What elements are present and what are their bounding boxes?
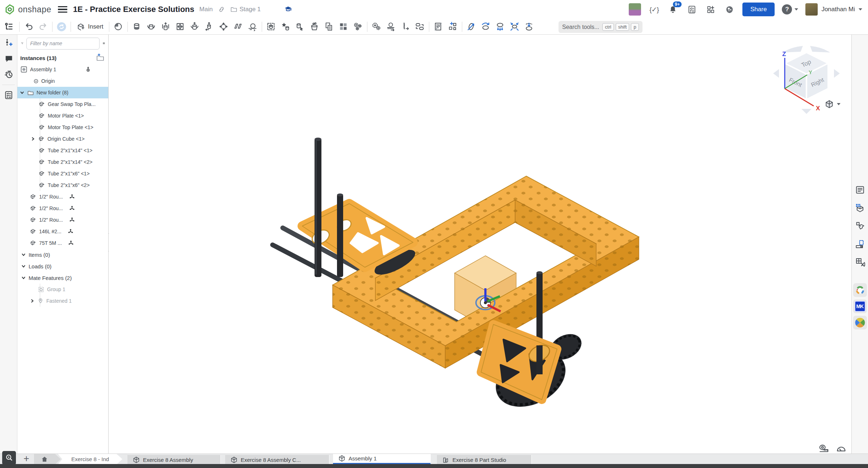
tree-item-part[interactable]: Tube 2"x1"x6" <2> <box>17 179 108 191</box>
tree-item-part[interactable]: 1/2" Rou... <box>17 214 108 226</box>
tree-item-folder[interactable]: New folder (8) <box>17 87 108 98</box>
chevron-down-icon[interactable] <box>21 252 26 257</box>
search-tabs-icon[interactable] <box>2 451 16 465</box>
tree-item-part[interactable]: Origin Cube <1> <box>17 133 108 145</box>
tree-item-part[interactable]: Motor Plate <1> <box>17 110 108 122</box>
home-tab[interactable] <box>34 454 61 464</box>
insert-button[interactable]: Insert <box>73 22 107 31</box>
custom-table-icon[interactable] <box>852 253 868 271</box>
exploded-view-icon[interactable] <box>446 20 460 34</box>
filter-funnel-icon[interactable] <box>21 39 24 47</box>
add-tab-button[interactable]: + <box>20 454 33 464</box>
learning-center-icon[interactable] <box>284 5 292 14</box>
notifications-bell-icon[interactable]: 9+ <box>667 4 679 15</box>
undo-icon[interactable] <box>21 20 36 34</box>
tree-item-fastened-mate[interactable]: Fastened 1 <box>17 295 108 307</box>
section-items[interactable]: Items (0) <box>17 249 108 260</box>
chevron-down-icon[interactable] <box>21 275 26 280</box>
gear-relation-icon[interactable] <box>369 20 384 34</box>
tree-item-part[interactable]: Tube 2"x1"x14" <1> <box>17 145 108 156</box>
user-avatar[interactable] <box>805 3 818 16</box>
filter-input[interactable] <box>26 38 100 50</box>
create-folder-icon[interactable] <box>96 54 105 62</box>
belt-relation-icon[interactable] <box>413 20 427 34</box>
section-mate-features[interactable]: Mate Features (2) <box>17 272 108 284</box>
pin-slot-mate-icon[interactable] <box>202 20 216 34</box>
onshape-logo[interactable]: onshape <box>0 4 51 15</box>
versions-icon[interactable] <box>0 35 17 51</box>
screw-relation-icon[interactable] <box>398 20 413 34</box>
feature-pattern-icon[interactable] <box>351 20 365 34</box>
tab-exercise8-part-studio[interactable]: Exercise 8 Part Studio <box>437 455 532 464</box>
ball-mate-icon[interactable] <box>216 20 231 34</box>
fastened-mate-icon[interactable] <box>130 20 144 34</box>
tab-exercise8-ind[interactable]: Exercise 8 - Ind <box>58 454 122 464</box>
tree-item-origin[interactable]: Origin <box>17 75 108 87</box>
parallel-mate-icon[interactable] <box>231 20 245 34</box>
rotate-down-arrow[interactable] <box>801 109 812 114</box>
tree-item-part[interactable]: Motor Top Plate <1> <box>17 122 108 133</box>
mate-icon[interactable] <box>111 20 126 34</box>
gear-swap-plate[interactable] <box>481 324 557 400</box>
share-button[interactable]: Share <box>742 3 775 16</box>
branch-name[interactable]: Main <box>199 6 213 13</box>
linear-pattern-icon[interactable] <box>336 20 351 34</box>
protractor-icon[interactable] <box>836 443 847 454</box>
revolute-mate-icon[interactable] <box>144 20 159 34</box>
hex-shaft-parts[interactable] <box>315 138 343 277</box>
rotate-left-arrow[interactable] <box>773 69 779 78</box>
help-menu[interactable]: ? <box>782 4 798 14</box>
animate-drop-icon[interactable] <box>493 20 507 34</box>
redo-icon[interactable] <box>36 20 50 34</box>
collaborator-avatar[interactable] <box>629 3 641 16</box>
user-menu[interactable]: Jonathan Mi <box>805 3 862 16</box>
part-reference-icon[interactable] <box>852 217 868 235</box>
link-icon[interactable] <box>218 6 225 13</box>
tasks-icon[interactable] <box>686 4 698 15</box>
app-store-icon-pie[interactable] <box>853 316 867 329</box>
version-name[interactable]: Stage 1 <box>240 6 261 13</box>
tree-item-part[interactable]: Tube 2"x1"x6" <1> <box>17 168 108 179</box>
chevron-down-icon[interactable] <box>20 90 25 95</box>
tape-measure-icon[interactable] <box>818 443 829 454</box>
comments-icon[interactable] <box>0 51 17 67</box>
standard-content-icon[interactable] <box>307 20 322 34</box>
history-icon[interactable] <box>0 67 17 82</box>
replicate-icon[interactable] <box>293 20 307 34</box>
animate-spin-icon[interactable] <box>479 20 493 34</box>
feature-list-panel-icon[interactable] <box>852 181 868 199</box>
bom-table-icon[interactable] <box>852 199 868 217</box>
tangent-mate-icon[interactable] <box>245 20 260 34</box>
tab-assembly-1[interactable]: Assembly 1 <box>333 454 431 464</box>
mate-connector-icon[interactable] <box>278 20 293 34</box>
search-tools[interactable]: Search tools... ctrl shift p <box>559 21 642 33</box>
cylindrical-mate-icon[interactable] <box>187 20 202 34</box>
animate-insert-icon[interactable] <box>522 20 536 34</box>
chevron-right-icon[interactable] <box>30 136 35 141</box>
app-store-icon-arc[interactable] <box>853 283 867 297</box>
help-icon[interactable]: ? <box>782 4 792 14</box>
tree-item-part[interactable]: 1/2" Rou... <box>17 203 108 214</box>
tree-item-part[interactable]: 75T 5M ... <box>17 237 108 249</box>
view-options-menu[interactable] <box>825 99 840 109</box>
animate-rotate-icon[interactable] <box>464 20 479 34</box>
tab-exercise8-assembly[interactable]: Exercise 8 Assembly <box>127 455 221 464</box>
chevron-down-icon[interactable] <box>21 264 26 269</box>
tree-item-assembly[interactable]: Assembly 1 <box>17 64 108 75</box>
hamburger-menu-icon[interactable] <box>58 4 67 14</box>
group-parts-icon[interactable] <box>264 20 278 34</box>
assembly-tree-toggle-icon[interactable] <box>0 20 17 34</box>
sheet-metal-flatten-icon[interactable] <box>852 235 868 253</box>
tree-item-part[interactable]: 1/2" Rou... <box>17 191 108 203</box>
tree-item-group-mate[interactable]: Group 1 <box>17 284 108 295</box>
featurescript-icon[interactable]: {✓} <box>648 4 660 15</box>
assembly-viewport[interactable]: Top Front Right Z X Y <box>109 35 851 454</box>
assembly-viewport-render[interactable] <box>109 35 851 454</box>
rack-pinion-relation-icon[interactable] <box>384 20 398 34</box>
rotate-arrows[interactable] <box>783 46 830 52</box>
rotate-right-arrow[interactable] <box>834 69 840 78</box>
tree-item-part[interactable]: Tube 2"x1"x14" <2> <box>17 156 108 168</box>
display-states-icon[interactable] <box>431 20 446 34</box>
animate-collapse-icon[interactable] <box>507 20 522 34</box>
planar-mate-icon[interactable] <box>173 20 187 34</box>
